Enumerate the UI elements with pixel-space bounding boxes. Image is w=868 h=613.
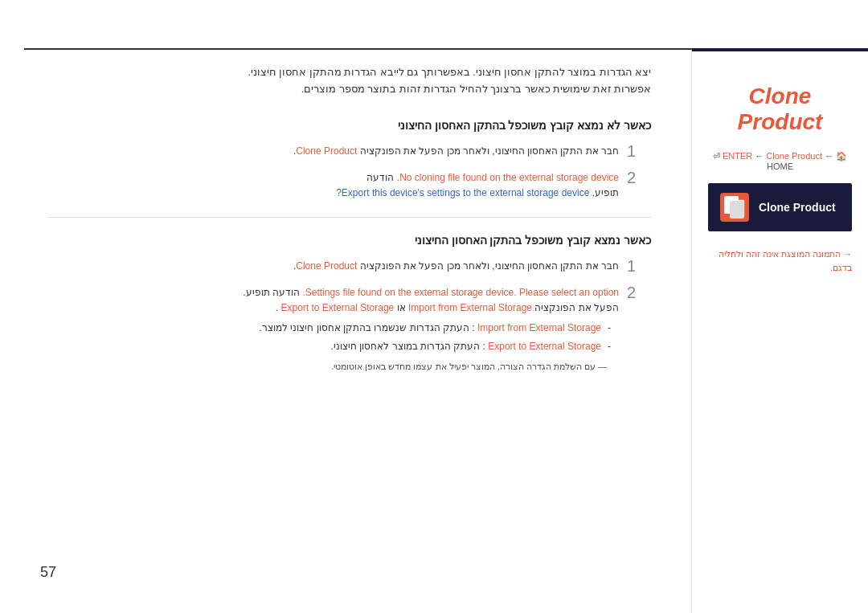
sidebar-top-bar	[699, 48, 868, 51]
breadcrumb: ⏎ ENTER ← Clone Product ← 🏠 HOME	[708, 151, 852, 171]
section2-step1: 1 חבר את התקן האחסון החיצוני, ולאחר מכן …	[48, 259, 651, 276]
section-divider	[48, 217, 651, 218]
svg-rect-0	[725, 198, 738, 214]
sub-steps: - Import from External Storage : העתק הג…	[48, 321, 619, 354]
section1-title: כאשר לא נמצא קובץ משוכפל בהתקן האחסון הח…	[48, 119, 651, 132]
clone-icon	[720, 193, 749, 222]
section2-step2: 2 Settings file found on the external st…	[48, 285, 651, 374]
section1-step2: 2 No cloning file found on the external …	[48, 170, 651, 201]
svg-rect-2	[731, 200, 744, 216]
clone-product-button[interactable]: Clone Product	[708, 183, 852, 231]
section2-steps: 1 חבר את התקן האחסון החיצוני, ולאחר מכן …	[48, 259, 651, 374]
clone-button-label: Clone Product	[759, 201, 836, 214]
sub-step-import: - Import from External Storage : העתק הג…	[48, 321, 619, 336]
section2-title: כאשר נמצא קובץ משוכפל בהתקן האחסון החיצו…	[48, 234, 651, 247]
clone-svg-icon	[723, 196, 746, 219]
section1-steps: 1 חבר את התקן האחסון החיצוני, ולאחר מכן …	[48, 144, 651, 201]
sidebar-title: Clone Product	[708, 84, 852, 135]
auto-restart-note: — עם השלמת הגדרה הצורה, המוצר יפעיל את ע…	[48, 360, 619, 374]
main-content-area: יצא הגדרות במוצר להתקן אחסון חיצוני. באפ…	[0, 0, 691, 613]
svg-rect-1	[730, 202, 743, 218]
sidebar: Clone Product ⏎ ENTER ← Clone Product ← …	[691, 48, 868, 613]
sub-step-export: - Export to External Storage : העתק הגדר…	[48, 339, 619, 354]
section1-step1: 1 חבר את התקן האחסון החיצוני, ולאחר מכן …	[48, 144, 651, 161]
intro-text: יצא הגדרות במוצר להתקן אחסון חיצוני. באפ…	[48, 64, 651, 99]
page-number: 57	[40, 564, 56, 581]
page-wrapper: יצא הגדרות במוצר להתקן אחסון חיצוני. באפ…	[0, 0, 868, 613]
sidebar-note: התמונה המוצגת אינה זהה ולחליה בדגם.	[708, 247, 852, 274]
